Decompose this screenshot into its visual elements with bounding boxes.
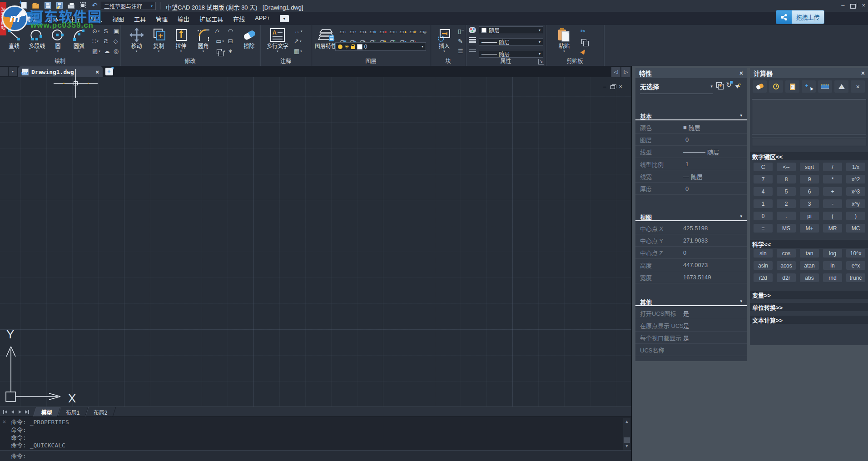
calc-key[interactable]: sin xyxy=(754,249,773,258)
calc-key[interactable]: x^2 xyxy=(846,175,865,183)
calc-key[interactable]: e^x xyxy=(846,261,865,270)
donut-button[interactable]: ◎ xyxy=(114,47,119,55)
layout-tab[interactable]: 布局2 xyxy=(85,407,116,417)
layer-tool-icon[interactable]: ▱↑ xyxy=(348,28,356,35)
erase-button[interactable]: 擦除 xyxy=(238,26,260,57)
explode-button[interactable]: ∗ xyxy=(228,47,233,55)
stretch-button[interactable]: 拉伸 ▾ xyxy=(170,26,192,57)
selection-dropdown[interactable]: 无选择 ▾ xyxy=(640,82,713,94)
layer-tool-icon[interactable]: ▱● xyxy=(398,28,406,35)
layer-tool-icon[interactable]: ▱❋ xyxy=(368,28,376,35)
command-input[interactable]: 命令: xyxy=(0,450,631,461)
calc-key[interactable]: x^3 xyxy=(846,187,865,196)
property-row[interactable]: 图层 0 xyxy=(635,134,747,146)
doc-tab-menu-button[interactable] xyxy=(0,67,8,76)
layer-tool-icon[interactable]: ▱■ xyxy=(378,28,386,35)
multileader-button[interactable]: ↗▾ xyxy=(294,37,303,45)
move-button[interactable]: 移动 ▾ xyxy=(126,26,147,57)
layer-tool-icon[interactable]: ▱◎ xyxy=(418,28,426,35)
paste-button[interactable]: 粘贴 ▾ xyxy=(553,26,575,57)
calc-key[interactable]: <-- xyxy=(777,163,796,171)
ribbon-tab[interactable]: 工具 xyxy=(129,12,151,25)
layer-tool-icon[interactable]: ▱↓ xyxy=(338,28,346,35)
command-scrollbar[interactable]: ▲ ▼ xyxy=(623,418,630,450)
lineweight-dropdown[interactable]: ——— 随层 ▾ xyxy=(479,38,543,46)
tab-scroll-right-button[interactable]: ▷ xyxy=(621,67,630,77)
drawing-canvas[interactable]: – × Y X xyxy=(0,77,631,406)
layer-properties-button[interactable]: 图层特性 xyxy=(313,26,338,57)
fillet-button[interactable]: 圆角 ▾ xyxy=(193,26,214,57)
property-row[interactable]: 每个视口都显示 U... 是 xyxy=(635,332,747,344)
color-dropdown[interactable]: 随层 ▾ xyxy=(479,26,543,34)
workspace-dropdown[interactable]: 二维草图与注释 ▾ xyxy=(101,2,156,10)
create-block-button[interactable]: ▯⁻ xyxy=(458,27,464,35)
calc-key[interactable]: tan xyxy=(800,249,819,258)
calc-key[interactable]: x^y xyxy=(846,199,865,208)
calc-key[interactable]: r2d xyxy=(754,273,773,282)
property-row[interactable]: 打开UCS图标 是 xyxy=(635,307,747,319)
scale-button[interactable]: ▭▾ xyxy=(216,37,225,45)
layer-tool-icon[interactable]: ▱● xyxy=(358,28,366,35)
document-tab[interactable]: Drawing1.dwg × xyxy=(18,66,103,77)
copy-clip-button[interactable] xyxy=(580,38,587,45)
calc-key[interactable]: 5 xyxy=(777,187,796,196)
layout-tab[interactable]: 模型 xyxy=(33,407,60,417)
match-properties-button[interactable] xyxy=(580,48,587,55)
copy-button[interactable]: 复制 ▾ xyxy=(148,26,169,57)
color-palette-icon[interactable] xyxy=(469,27,476,33)
calc-key[interactable]: MC xyxy=(846,224,865,233)
restore-button[interactable] xyxy=(850,4,856,9)
units-section-header[interactable]: 单位转换>> xyxy=(750,303,868,311)
get-coordinates-button[interactable] xyxy=(802,80,816,93)
scroll-up-icon[interactable]: ▲ xyxy=(623,419,630,424)
toggle-pickadd-button[interactable]: ▶Ϛ xyxy=(736,81,741,89)
clear-button[interactable] xyxy=(753,80,767,93)
property-row[interactable]: 颜色 ■ 随层 xyxy=(635,121,747,134)
layout-tab[interactable]: 布局1 xyxy=(57,407,88,417)
command-window[interactable]: × 命令: _PROPERTIES 命令: 命令: 命令: _QUICKCALC… xyxy=(0,416,631,450)
offset-button[interactable]: ▾ xyxy=(216,47,225,55)
paste-to-command-button[interactable] xyxy=(785,80,799,93)
measure-angle-button[interactable] xyxy=(834,80,848,93)
calc-key[interactable]: 9 xyxy=(800,175,819,183)
properties-close-icon[interactable]: × xyxy=(739,69,743,77)
spline-button[interactable]: S xyxy=(104,27,110,35)
calc-key[interactable]: ) xyxy=(846,212,865,220)
quick-select-button[interactable] xyxy=(716,82,722,88)
clear-history-button[interactable]: × xyxy=(851,80,865,93)
ribbon-tab[interactable]: 在线 xyxy=(228,12,250,25)
calc-key[interactable]: - xyxy=(823,199,842,208)
doc-tab-dropdown-button[interactable]: ▾ xyxy=(9,67,17,76)
calc-key[interactable]: 4 xyxy=(754,187,773,196)
calc-key[interactable]: 10^x xyxy=(846,249,865,258)
table-button[interactable]: ▦▾ xyxy=(294,47,303,55)
revision-cloud-button[interactable]: ☁ xyxy=(104,47,110,55)
calc-key[interactable]: . xyxy=(777,212,796,220)
variables-section-header[interactable]: 变量>> xyxy=(750,291,868,299)
layer-tool-icon[interactable]: ▱❋ xyxy=(408,28,416,35)
section-view-header[interactable]: 视图 ▾ xyxy=(635,212,747,221)
calc-key[interactable]: pi xyxy=(800,212,819,220)
property-row[interactable]: 线型比例 1 xyxy=(635,158,747,170)
attributes-button[interactable]: ☰ xyxy=(458,47,464,55)
calc-key[interactable]: 3 xyxy=(800,199,819,208)
calc-key[interactable]: ( xyxy=(823,212,842,220)
insert-block-button[interactable]: 插入 ▾ xyxy=(433,26,455,57)
section-other-header[interactable]: 其他 ▾ xyxy=(635,297,747,306)
calc-key[interactable]: 1/x xyxy=(846,163,865,171)
scientific-section-header[interactable]: 科学<< xyxy=(750,240,868,248)
tab-scroll-left-button[interactable]: ◁ xyxy=(611,67,620,77)
property-row[interactable]: 宽度 1673.5149 xyxy=(635,271,747,283)
text-calc-section-header[interactable]: 文本计算>> xyxy=(750,316,868,324)
numpad-section-header[interactable]: 数字键区<< xyxy=(750,152,868,160)
rectangle-button[interactable]: ▣ xyxy=(114,27,119,35)
calc-key[interactable]: abs xyxy=(800,273,819,282)
property-row[interactable]: 在原点显示 UCS ... 是 xyxy=(635,319,747,332)
first-layout-button[interactable] xyxy=(2,409,8,415)
viewport-restore-button[interactable] xyxy=(610,85,615,89)
calc-key[interactable]: 1 xyxy=(754,199,773,208)
calc-key[interactable]: log xyxy=(823,249,842,258)
property-row[interactable]: 高度 447.0073 xyxy=(635,259,747,271)
calc-key[interactable]: + xyxy=(823,187,842,196)
edit-block-button[interactable]: ✎ xyxy=(458,37,464,45)
